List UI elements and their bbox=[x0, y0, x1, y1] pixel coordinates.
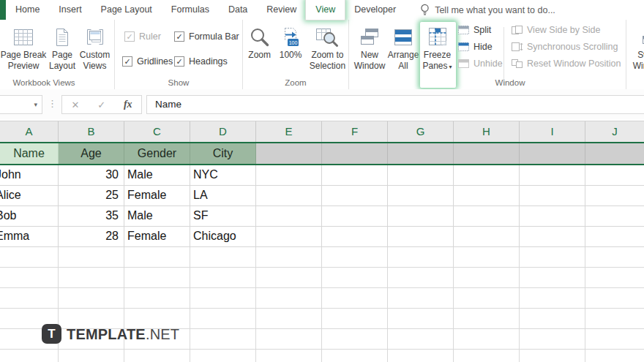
cell-c3[interactable]: Female bbox=[124, 186, 190, 205]
ribbon-tab-bar: Home Insert Page Layout Formulas Data Re… bbox=[0, 0, 644, 20]
column-header-b[interactable]: B bbox=[59, 121, 124, 142]
tell-me-box[interactable]: Tell me what you want to do... bbox=[420, 0, 555, 20]
template-net-logo-text: TEMPLATE.NET bbox=[67, 327, 179, 342]
formula-bar-grip-icon[interactable]: ⋮ bbox=[48, 99, 57, 108]
cell-g1[interactable] bbox=[388, 143, 454, 164]
cell-e1[interactable] bbox=[256, 143, 322, 164]
tell-me-text: Tell me what you want to do... bbox=[435, 5, 555, 15]
cell-a4[interactable]: Bob bbox=[0, 206, 59, 226]
tab-review[interactable]: Review bbox=[257, 0, 306, 20]
cell-d3[interactable]: LA bbox=[190, 186, 256, 205]
ruler-checkbox[interactable]: ✓ Ruler bbox=[124, 31, 161, 42]
cancel-icon[interactable]: ✕ bbox=[71, 99, 79, 110]
reset-window-position-button[interactable]: Reset Window Position bbox=[511, 59, 621, 69]
group-window: New Window Arrange All bbox=[349, 20, 626, 89]
tab-view[interactable]: View bbox=[306, 0, 345, 20]
tab-page-layout[interactable]: Page Layout bbox=[91, 0, 162, 20]
custom-views-icon bbox=[84, 24, 106, 50]
zoom-button[interactable]: Zoom bbox=[244, 24, 274, 61]
cell-b3[interactable]: 25 bbox=[59, 186, 124, 205]
zoom-to-selection-button[interactable]: Zoom to Selection bbox=[307, 24, 348, 71]
tab-formulas[interactable]: Formulas bbox=[162, 0, 219, 20]
split-icon bbox=[457, 25, 470, 35]
unhide-icon bbox=[457, 59, 470, 69]
group-label-zoom: Zoom bbox=[243, 78, 348, 87]
group-zoom: Zoom 100 100% bbox=[243, 20, 349, 89]
gridlines-check-icon: ✓ bbox=[122, 56, 132, 67]
cell-j1[interactable] bbox=[585, 143, 644, 164]
view-side-by-side-button[interactable]: View Side by Side bbox=[511, 25, 601, 35]
name-box[interactable]: ▾ bbox=[0, 95, 42, 114]
column-header-c[interactable]: C bbox=[124, 121, 190, 142]
cell-c4[interactable]: Male bbox=[124, 206, 190, 226]
column-header-d[interactable]: D bbox=[190, 121, 256, 142]
cell-c5[interactable]: Female bbox=[124, 227, 190, 246]
cell-b1[interactable]: Age bbox=[59, 143, 124, 164]
group-label-window: Window bbox=[488, 78, 532, 87]
group-workbook-views: Page Break Preview Page Layout bbox=[0, 20, 115, 89]
column-header-h[interactable]: H bbox=[454, 121, 520, 142]
group-label-show: Show bbox=[115, 78, 242, 87]
headings-checkbox[interactable]: ✓ Headings bbox=[174, 56, 228, 67]
data-rows: John 30 Male NYC Alice 25 Female LA Bob … bbox=[0, 165, 644, 247]
page-break-preview-button[interactable]: Page Break Preview bbox=[0, 24, 47, 71]
cell-d5[interactable]: Chicago bbox=[190, 227, 256, 246]
formula-bar-area: ▾ ⋮ ✕ ✓ fx Name bbox=[0, 89, 644, 119]
synchronous-scrolling-button[interactable]: Synchronous Scrolling bbox=[511, 42, 618, 52]
selection-border-bottom bbox=[0, 164, 644, 165]
formula-bar-checkbox[interactable]: ✓ Formula Bar bbox=[174, 31, 239, 42]
split-button[interactable]: Split bbox=[457, 25, 491, 35]
tab-data[interactable]: Data bbox=[219, 0, 257, 20]
new-window-button[interactable]: New Window bbox=[353, 24, 386, 71]
cell-i1[interactable] bbox=[520, 143, 585, 164]
custom-views-button[interactable]: Custom Views bbox=[78, 24, 112, 71]
cell-b2[interactable]: 30 bbox=[59, 165, 124, 185]
cell-b4[interactable]: 35 bbox=[59, 206, 124, 226]
name-box-dropdown-icon[interactable]: ▾ bbox=[34, 101, 37, 108]
cell-a5[interactable]: Emma bbox=[0, 227, 59, 246]
reset-window-position-icon bbox=[511, 59, 523, 69]
formula-input[interactable]: Name bbox=[146, 95, 644, 114]
ribbon: Page Break Preview Page Layout bbox=[0, 20, 644, 90]
cell-d1[interactable]: City bbox=[190, 143, 256, 164]
cell-c1[interactable]: Gender bbox=[124, 143, 190, 164]
column-header-e[interactable]: E bbox=[256, 121, 322, 142]
group-label-workbook-views: Workbook Views bbox=[0, 78, 88, 87]
gridlines-checkbox[interactable]: ✓ Gridlines bbox=[122, 56, 173, 67]
column-header-j[interactable]: J bbox=[585, 121, 644, 142]
window-group-separator bbox=[503, 27, 504, 86]
cell-a2[interactable]: John bbox=[0, 165, 59, 185]
column-header-a[interactable]: A bbox=[0, 121, 59, 142]
column-header-i[interactable]: I bbox=[520, 121, 585, 142]
unhide-button[interactable]: Unhide bbox=[457, 59, 503, 69]
arrange-all-button[interactable]: Arrange All bbox=[386, 24, 420, 71]
column-header-f[interactable]: F bbox=[322, 121, 388, 142]
ruler-check-icon: ✓ bbox=[124, 31, 135, 42]
tab-home[interactable]: Home bbox=[6, 0, 49, 20]
table-row: John 30 Male NYC bbox=[0, 165, 644, 186]
column-headers: A B C D E F G H I J bbox=[0, 121, 644, 142]
cell-f1[interactable] bbox=[322, 143, 388, 164]
insert-function-icon[interactable]: fx bbox=[124, 99, 132, 110]
cell-d4[interactable]: SF bbox=[190, 206, 256, 226]
cell-h1[interactable] bbox=[454, 143, 520, 164]
tab-developer[interactable]: Developer bbox=[345, 0, 405, 20]
cell-a1-active[interactable]: Name bbox=[0, 143, 59, 164]
cell-d2[interactable]: NYC bbox=[190, 165, 256, 185]
column-header-g[interactable]: G bbox=[388, 121, 454, 142]
switch-windows-button[interactable]: Switch Windows bbox=[631, 24, 644, 71]
cell-b5[interactable]: 28 bbox=[59, 227, 124, 246]
cell-a3[interactable]: Alice bbox=[0, 186, 59, 205]
enter-icon[interactable]: ✓ bbox=[97, 99, 105, 110]
file-tab[interactable] bbox=[0, 0, 6, 20]
freeze-panes-button[interactable]: Freeze Panes▾ bbox=[420, 24, 454, 71]
tab-insert[interactable]: Insert bbox=[49, 0, 91, 20]
page-layout-button[interactable]: Page Layout bbox=[47, 24, 78, 71]
zoom-100-button[interactable]: 100 100% bbox=[274, 24, 306, 61]
view-side-by-side-icon bbox=[511, 25, 523, 35]
hide-icon bbox=[457, 42, 470, 52]
freeze-panes-dropdown-icon: ▾ bbox=[449, 64, 452, 70]
hide-button[interactable]: Hide bbox=[457, 42, 493, 52]
empty-cells[interactable] bbox=[0, 247, 644, 362]
cell-c2[interactable]: Male bbox=[124, 165, 190, 185]
